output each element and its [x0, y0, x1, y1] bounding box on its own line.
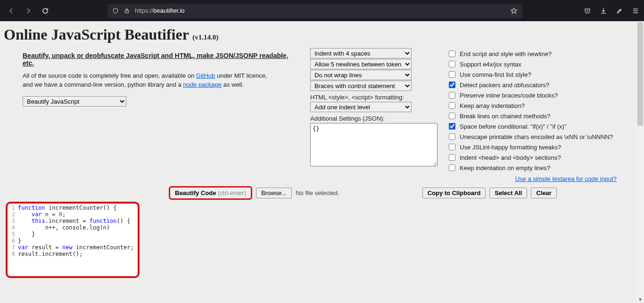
- checkbox-label: Unescape printable chars encoded as \xNN…: [460, 133, 613, 140]
- language-select[interactable]: Beautify JavaScript: [23, 96, 126, 106]
- checkbox-row-8[interactable]: Unescape printable chars encoded as \xNN…: [447, 132, 617, 141]
- browser-chrome: https://beautifier.io: [0, 0, 644, 21]
- subtitle: Beautify, unpack or deobfuscate JavaScri…: [23, 52, 301, 67]
- checkbox-row-6[interactable]: Break lines on chained methods?: [447, 111, 617, 121]
- shield-icon: [112, 8, 119, 14]
- checkbox-label: Keep indentation on empty lines?: [460, 164, 550, 172]
- settings-selects-column: Indent with 4 spaces Allow 5 newlines be…: [310, 48, 438, 168]
- checkbox-label: Support e4x/jsx syntax: [460, 61, 521, 68]
- description-column: Beautify, unpack or deobfuscate JavaScri…: [23, 48, 301, 106]
- checkbox-7[interactable]: [449, 123, 455, 130]
- checkbox-row-2[interactable]: Use comma-first list style?: [447, 70, 617, 79]
- checkbox-row-4[interactable]: Preserve inline braces/code blocks?: [447, 90, 617, 100]
- checkbox-label: Indent <head> and <body> sections?: [460, 154, 561, 161]
- checkbox-label: Space before conditional: "if(x)" / "if …: [460, 123, 567, 130]
- forward-button[interactable]: [22, 4, 35, 17]
- checkbox-row-10[interactable]: Indent <head> and <body> sections?: [447, 153, 617, 162]
- checkbox-label: End script and style with newline?: [460, 50, 552, 57]
- checkbox-label: Keep array indentation?: [460, 102, 525, 109]
- action-row: Beautify Code (ctrl-enter) Browse... No …: [4, 186, 640, 200]
- checkbox-column: End script and style with newline?Suppor…: [447, 48, 617, 182]
- use-textarea-link[interactable]: Use a simple textarea for code input?: [515, 175, 617, 182]
- checkbox-row-1[interactable]: Support e4x/jsx syntax: [447, 59, 617, 69]
- html-format-select[interactable]: Add one indent level: [310, 102, 412, 112]
- wrap-select[interactable]: Do not wrap lines: [310, 70, 412, 80]
- url-text: https://beautifier.io: [135, 7, 185, 14]
- additional-settings-label: Additional Settings (JSON):: [310, 115, 438, 122]
- checkbox-0[interactable]: [449, 50, 455, 57]
- braces-select[interactable]: Braces with control statement: [310, 81, 412, 91]
- code-editor[interactable]: 12345678 function incrementCounter() { v…: [8, 205, 138, 257]
- checkbox-label: Detect packers and obfuscators?: [460, 82, 549, 89]
- pocket-icon[interactable]: [584, 7, 591, 15]
- checkbox-label: Preserve inline braces/code blocks?: [460, 92, 558, 99]
- select-all-button[interactable]: Select All: [489, 188, 527, 198]
- page-content: Online JavaScript Beautifier (v1.14.0) B…: [0, 21, 644, 278]
- checkbox-row-0[interactable]: End script and style with newline?: [447, 49, 617, 58]
- checkbox-label: Break lines on chained methods?: [460, 113, 550, 120]
- download-icon[interactable]: [600, 7, 607, 15]
- reload-button[interactable]: [39, 4, 52, 17]
- lock-icon: [124, 8, 130, 14]
- wrench-icon[interactable]: [616, 7, 623, 15]
- checkbox-2[interactable]: [449, 71, 455, 78]
- checkbox-8[interactable]: [449, 133, 455, 140]
- bookmark-star-icon[interactable]: [510, 7, 518, 15]
- browse-button[interactable]: Browse...: [256, 188, 292, 198]
- checkbox-3[interactable]: [449, 82, 455, 88]
- indent-select[interactable]: Indent with 4 spaces: [310, 48, 412, 58]
- svg-rect-0: [125, 10, 129, 13]
- url-bar[interactable]: https://beautifier.io: [107, 4, 522, 18]
- checkbox-row-5[interactable]: Keep array indentation?: [447, 101, 617, 110]
- checkbox-row-3[interactable]: Detect packers and obfuscators?: [447, 80, 617, 90]
- blurb: All of the source code is completely fre…: [23, 72, 301, 90]
- additional-settings-textarea[interactable]: [310, 123, 438, 166]
- github-link[interactable]: GitHub: [196, 72, 215, 79]
- no-file-label: No file selected.: [296, 189, 339, 197]
- checkbox-4[interactable]: [449, 92, 455, 98]
- checkbox-row-7[interactable]: Space before conditional: "if(x)" / "if …: [447, 122, 617, 131]
- page-title: Online JavaScript Beautifier (v1.14.0): [4, 26, 640, 43]
- checkbox-1[interactable]: [449, 61, 455, 67]
- checkbox-row-9[interactable]: Use JSLint-happy formatting tweaks?: [447, 142, 617, 152]
- scrollbar-thumb[interactable]: [637, 22, 643, 126]
- node-package-link[interactable]: node package: [183, 81, 222, 88]
- checkbox-5[interactable]: [449, 102, 455, 109]
- back-button[interactable]: [5, 4, 18, 17]
- copy-button[interactable]: Copy to Clipboard: [422, 188, 486, 198]
- checkbox-10[interactable]: [449, 154, 455, 161]
- chrome-right-icons: [584, 7, 639, 15]
- checkbox-label: Use JSLint-happy formatting tweaks?: [460, 144, 561, 151]
- beautify-button[interactable]: Beautify Code (ctrl-enter): [169, 186, 252, 200]
- checkbox-11[interactable]: [449, 164, 455, 171]
- clear-button[interactable]: Clear: [531, 188, 557, 198]
- checkbox-label: Use comma-first list style?: [460, 71, 531, 78]
- html-format-label: HTML <style>, <script> formatting:: [310, 94, 438, 101]
- checkbox-9[interactable]: [449, 144, 455, 150]
- checkbox-row-11[interactable]: Keep indentation on empty lines?: [447, 163, 617, 172]
- newlines-select[interactable]: Allow 5 newlines between tokens: [310, 59, 412, 69]
- menu-icon[interactable]: [632, 7, 639, 15]
- vertical-scrollbar[interactable]: ▲ ▼: [636, 21, 644, 278]
- checkbox-6[interactable]: [449, 113, 455, 119]
- code-editor-highlight: 12345678 function incrementCounter() { v…: [6, 202, 140, 278]
